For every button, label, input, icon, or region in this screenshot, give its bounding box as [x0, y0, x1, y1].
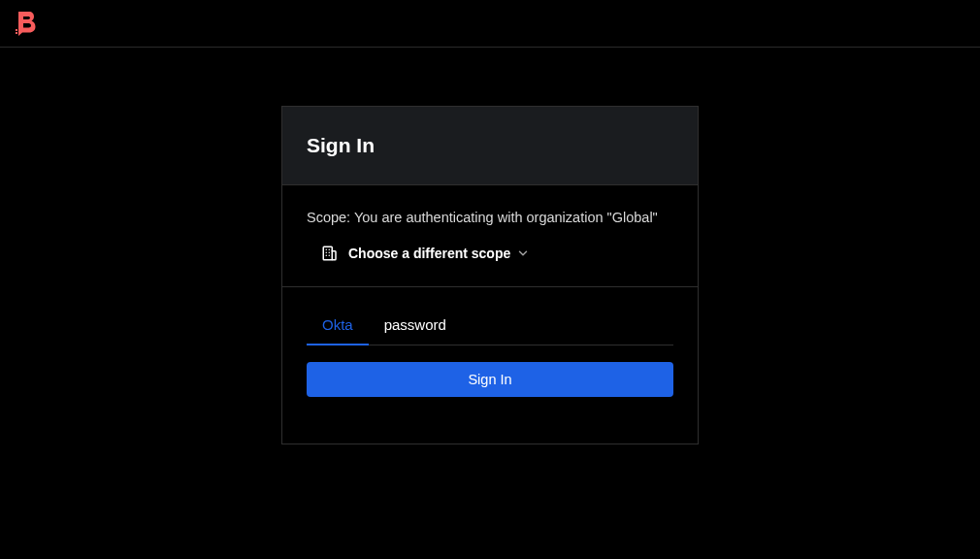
- choose-scope-label: Choose a different scope: [348, 246, 510, 261]
- signin-card: Sign In Scope: You are authenticating wi…: [281, 106, 699, 444]
- main-content: Sign In Scope: You are authenticating wi…: [0, 48, 980, 444]
- tab-okta[interactable]: Okta: [307, 316, 369, 345]
- auth-method-tabs: Okta password: [307, 316, 673, 345]
- scope-section: Scope: You are authenticating with organ…: [282, 185, 698, 287]
- svg-rect-0: [16, 29, 17, 31]
- svg-rect-2: [18, 32, 20, 34]
- page-title: Sign In: [307, 134, 673, 157]
- choose-scope-button[interactable]: Choose a different scope: [307, 245, 673, 262]
- svg-rect-1: [16, 32, 17, 34]
- svg-rect-3: [323, 247, 332, 260]
- topbar: [0, 0, 980, 48]
- building-icon: [321, 245, 339, 262]
- chevron-down-icon: [516, 247, 530, 260]
- card-body: Okta password Sign In: [282, 287, 698, 444]
- brand-logo: [16, 10, 37, 37]
- scope-message: Scope: You are authenticating with organ…: [307, 210, 673, 225]
- signin-button[interactable]: Sign In: [307, 362, 673, 397]
- card-header: Sign In: [282, 107, 698, 185]
- tab-password[interactable]: password: [369, 316, 462, 345]
